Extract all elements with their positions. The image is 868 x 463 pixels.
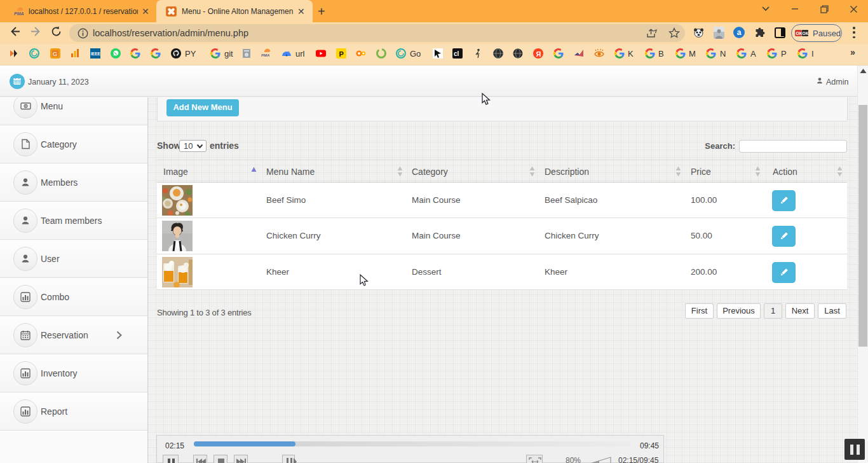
svg-text:cl: cl [454,50,459,57]
svg-text:G: G [53,51,57,57]
svg-text:PMA: PMA [14,11,24,16]
svg-text:OK: OK [796,31,803,36]
svg-text:IEEE: IEEE [91,52,100,56]
svg-text:OK: OK [803,31,808,36]
svg-text:Я: Я [536,50,541,58]
svg-text:PMA: PMA [261,53,269,57]
svg-text:P: P [339,50,344,58]
